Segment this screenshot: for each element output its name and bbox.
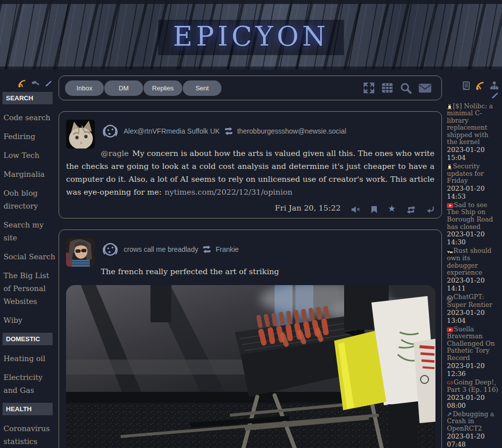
newswire-link[interactable]: Sad to see The Ship on Borough Road has … [447, 201, 493, 230]
gs-icon: GS [447, 380, 453, 385]
newswire-timestamp: 2023-01-20 14:53 [447, 185, 501, 201]
pen-icon[interactable] [45, 80, 52, 87]
newswire-timestamp: 2023-01-20 07:48 [447, 433, 501, 448]
sidebar-section-health: HEALTH Coronavirus statistics [0, 403, 56, 448]
post-text: The french really perfected the art of s… [101, 267, 279, 276]
post-boosted-from[interactable]: Frankie [215, 245, 239, 253]
search-icon[interactable] [400, 82, 412, 94]
sidebar-link-code-search[interactable]: Code search [0, 111, 56, 124]
sidebar-link-low-tech[interactable]: Low Tech [0, 149, 56, 162]
post-card: Alex@rtnVFRmedia Suffolk UK therobburges… [59, 111, 442, 219]
table-icon[interactable] [381, 82, 393, 93]
newswire-item: GSGoing Deep!, Part 3 (Ep. 116) 2023-01-… [447, 379, 501, 410]
newswire-column: [$] Nolibc: a minimal C-library replacem… [447, 80, 501, 448]
tux-icon [447, 163, 452, 169]
newswire-item: Suella Braverman Challenged On Pathetic … [447, 326, 501, 378]
envelope-icon[interactable] [419, 83, 431, 93]
section-header-domestic: DOMESTIC [2, 333, 53, 345]
post-date: Fri Jan 20, 15:22 [275, 204, 341, 213]
mute-icon[interactable] [351, 206, 360, 213]
timeline-toolbar: Inbox DM Replies Sent [59, 75, 442, 100]
post-body: The french really perfected the art of s… [66, 265, 434, 278]
pen-icon[interactable] [491, 92, 499, 99]
newswire-item: WChatGPT: Super Rentier 2023-01-20 13:04 [447, 294, 501, 325]
sidebar-link-heating-oil[interactable]: Heating oil [0, 352, 56, 365]
repeat-icon[interactable] [406, 206, 416, 214]
post-card: crows call me breadlady Frankie The fren… [59, 229, 442, 448]
section-header-health: HEALTH [2, 403, 53, 415]
newswire-item: [$] Nolibc: a minimal C-library replacem… [447, 103, 501, 162]
sidebar-link-big-list[interactable]: The Big List of Personal Websites [0, 269, 56, 308]
banner-image[interactable]: EPICYON [0, 0, 502, 70]
newswire-item: Security updates for Friday 2023-01-20 1… [447, 163, 501, 201]
post-header: crows call me breadlady Frankie [101, 237, 434, 261]
newswire-timestamp: 2023-01-20 13:04 [447, 309, 501, 325]
bookmark-icon[interactable] [371, 206, 377, 214]
tab-replies[interactable]: Replies [143, 80, 182, 96]
tux-icon [447, 103, 452, 109]
left-sidebar: SEARCH Code search Fediring Low Tech Mar… [0, 78, 56, 448]
sidebar-link-ooh-blog-directory[interactable]: Ooh blog directory [0, 187, 56, 213]
sidebar-link-fediring[interactable]: Fediring [0, 130, 56, 143]
site-title: EPICYON [158, 20, 344, 55]
newswire-timestamp: 2023-01-20 15:04 [447, 146, 501, 162]
newswire-link[interactable]: ↗Debugging a Crash in OpenRCT2 [447, 410, 494, 432]
avatar[interactable] [66, 120, 95, 149]
gavel-icon[interactable] [31, 80, 40, 87]
sidebar-link-search-my-site[interactable]: Search my site [0, 219, 56, 244]
boost-icon [224, 127, 233, 135]
newswire-link[interactable]: WChatGPT: Super Rentier [447, 293, 492, 308]
post-header: Alex@rtnVFRmedia Suffolk UK therobburges… [101, 119, 434, 143]
newswire-link[interactable]: YwRust should own its debugger experienc… [447, 247, 492, 276]
expand-icon[interactable] [363, 82, 375, 94]
youtube-icon [447, 327, 453, 332]
post-boosted-from[interactable]: therobburgessshow@newsie.social [237, 127, 347, 135]
rss-icon[interactable] [18, 79, 26, 88]
dog-icon [101, 122, 120, 140]
reply-icon[interactable] [427, 206, 434, 213]
external-link[interactable]: nytimes.com/2022/12/31/opinion [164, 188, 292, 197]
tab-sent[interactable]: Sent [183, 80, 221, 96]
post-body: @ragleMy concern is about how the arts i… [66, 147, 434, 199]
post-author[interactable]: crows call me breadlady [124, 245, 198, 253]
tab-inbox[interactable]: Inbox [65, 80, 104, 96]
avatar[interactable] [66, 238, 95, 267]
newswire-timestamp: 2023-01-20 14:11 [447, 277, 501, 293]
rss-icon[interactable] [476, 81, 485, 90]
newswire-timestamp: 2023-01-20 08:00 [447, 394, 501, 410]
sidebar-link-marginalia[interactable]: Marginalia [0, 168, 56, 181]
sidebar-link-electricity-gas[interactable]: Electricity and Gas [0, 371, 56, 397]
newswire-icons [447, 80, 501, 100]
timeline-column: Inbox DM Replies Sent [59, 75, 442, 448]
section-header-search: SEARCH [2, 92, 53, 104]
sidebar-section-search: SEARCH Code search Fediring Low Tech Mar… [0, 92, 56, 327]
newswire-item: ↗Debugging a Crash in OpenRCT2 2023-01-2… [447, 411, 501, 448]
newswire-timestamp: 2023-01-20 14:30 [447, 230, 501, 246]
post-image-grill-protest[interactable] [66, 285, 435, 448]
sidebar-section-domestic: DOMESTIC Heating oil Electricity and Gas [0, 333, 56, 397]
toolbar-icons [363, 82, 435, 94]
youtube-icon [447, 203, 453, 208]
post-author[interactable]: Alex@rtnVFRmedia Suffolk UK [124, 127, 220, 135]
newswire-timestamp: 2023-01-20 12:36 [447, 362, 501, 378]
newswire-item: YwRust should own its debugger experienc… [447, 247, 501, 293]
sidebar-link-coronavirus[interactable]: Coronavirus statistics [0, 422, 56, 448]
mention-link[interactable]: @ragle [101, 149, 129, 158]
newswire-item: Sad to see The Ship on Borough Road has … [447, 202, 501, 246]
tab-dm[interactable]: DM [104, 80, 143, 96]
newswire-link[interactable]: Security updates for Friday [447, 162, 484, 184]
arrow-icon: ↗ [447, 411, 452, 418]
newswire-link[interactable]: [$] Nolibc: a minimal C-library replacem… [447, 102, 493, 146]
dog-icon [101, 240, 120, 258]
newspaper-icon[interactable] [462, 81, 470, 90]
sidebar-link-wiby[interactable]: Wiby [0, 314, 56, 327]
sidebar-link-social-search[interactable]: Social Search [0, 250, 56, 263]
left-sidebar-icons [0, 78, 56, 88]
epicyon-page: EPICYON SEARCH Code search Fediring Low … [0, 0, 502, 448]
newswire-link[interactable]: GSGoing Deep!, Part 3 (Ep. 116) [447, 378, 498, 394]
post-footer: Fri Jan 20, 15:22 ★ [66, 204, 434, 213]
boost-icon [202, 245, 212, 253]
tree-icon[interactable] [490, 81, 499, 90]
newswire-link[interactable]: Suella Braverman Challenged On Pathetic … [447, 325, 495, 362]
